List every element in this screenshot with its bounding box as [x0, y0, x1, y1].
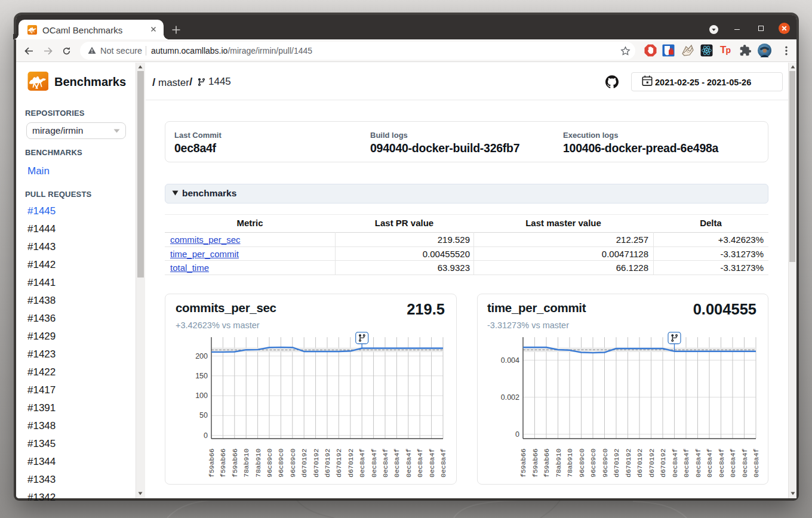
svg-text:0ec8a4f: 0ec8a4f — [382, 449, 389, 477]
svg-text:78ab910: 78ab910 — [254, 449, 262, 477]
svg-text:0.004: 0.004 — [501, 356, 519, 365]
svg-text:d670192: d670192 — [300, 449, 308, 477]
svg-text:0.002: 0.002 — [501, 393, 519, 402]
svg-text:0ec8a4f: 0ec8a4f — [416, 449, 424, 477]
svg-text:0ec8a4f: 0ec8a4f — [706, 449, 713, 477]
svg-text:d670192: d670192 — [648, 449, 656, 477]
svg-text:0: 0 — [515, 430, 519, 439]
svg-text:150: 150 — [195, 372, 208, 380]
svg-text:0ec8a4f: 0ec8a4f — [393, 449, 401, 477]
svg-text:d670192: d670192 — [347, 449, 355, 477]
svg-text:96c89c0: 96c89c0 — [601, 449, 609, 477]
svg-text:0ec8a4f: 0ec8a4f — [718, 449, 725, 477]
svg-text:f59ab66: f59ab66 — [531, 449, 539, 477]
svg-text:96c89c0: 96c89c0 — [289, 449, 297, 477]
svg-text:96c89c0: 96c89c0 — [578, 449, 586, 477]
svg-text:100: 100 — [195, 391, 208, 400]
svg-text:d670192: d670192 — [625, 449, 632, 477]
svg-text:f59ab66: f59ab66 — [519, 449, 527, 477]
svg-text:d670192: d670192 — [324, 449, 331, 477]
svg-text:0ec8a4f: 0ec8a4f — [741, 449, 749, 477]
svg-text:0ec8a4f: 0ec8a4f — [358, 449, 366, 477]
svg-text:d670192: d670192 — [335, 449, 343, 477]
svg-text:f59ab66: f59ab66 — [231, 449, 239, 477]
svg-text:d670192: d670192 — [636, 449, 644, 477]
svg-text:d670192: d670192 — [312, 449, 320, 477]
svg-text:0ec8a4f: 0ec8a4f — [671, 449, 679, 477]
svg-text:0ec8a4f: 0ec8a4f — [405, 449, 413, 477]
svg-text:0ec8a4f: 0ec8a4f — [752, 449, 760, 477]
svg-text:0ec8a4f: 0ec8a4f — [682, 449, 690, 477]
svg-text:78ab910: 78ab910 — [566, 449, 574, 477]
svg-text:200: 200 — [195, 352, 208, 360]
svg-text:78ab910: 78ab910 — [242, 449, 250, 477]
svg-text:96c89c0: 96c89c0 — [277, 449, 285, 477]
svg-text:50: 50 — [199, 411, 208, 420]
svg-text:f59ab66: f59ab66 — [543, 449, 550, 477]
svg-text:0ec8a4f: 0ec8a4f — [428, 449, 436, 477]
svg-text:0ec8a4f: 0ec8a4f — [439, 449, 447, 477]
svg-text:96c89c0: 96c89c0 — [589, 449, 597, 477]
svg-text:f59ab66: f59ab66 — [208, 449, 216, 477]
svg-text:0: 0 — [204, 431, 208, 440]
svg-text:96c89c0: 96c89c0 — [266, 449, 273, 477]
svg-text:f59ab66: f59ab66 — [219, 449, 227, 477]
svg-text:0ec8a4f: 0ec8a4f — [694, 449, 702, 477]
svg-text:d670192: d670192 — [613, 449, 620, 477]
svg-text:0ec8a4f: 0ec8a4f — [370, 449, 378, 477]
svg-text:0ec8a4f: 0ec8a4f — [729, 449, 737, 477]
svg-text:78ab910: 78ab910 — [555, 449, 562, 477]
svg-text:d670192: d670192 — [659, 449, 667, 477]
